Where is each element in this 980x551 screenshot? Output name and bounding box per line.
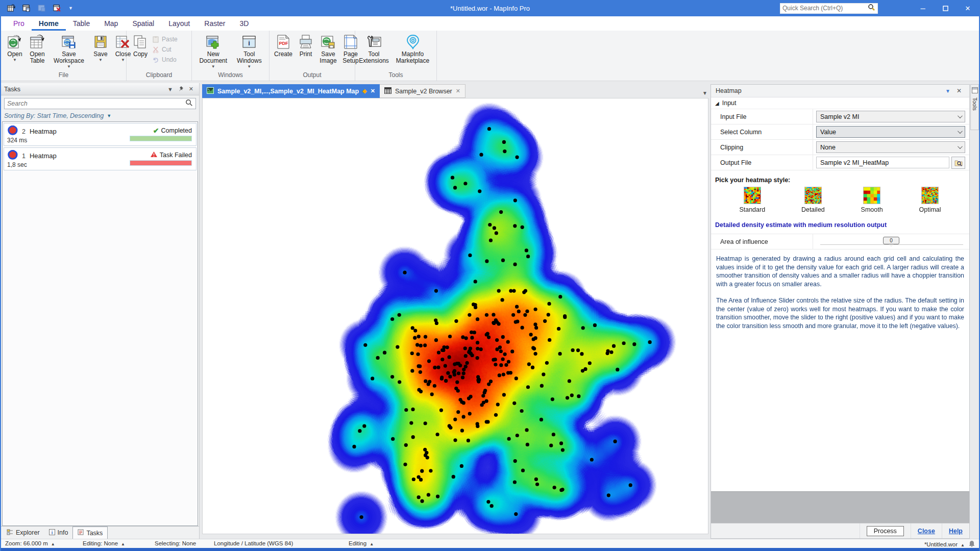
- status-workspace[interactable]: *Untitled.wor▲: [924, 541, 965, 547]
- main-area: Tasks ▼ ✕ Sorting By: Start Time, Descen…: [1, 82, 979, 539]
- ribbon-tab-spatial[interactable]: Spatial: [125, 17, 161, 31]
- maximize-button[interactable]: [934, 0, 957, 16]
- chevron-down-icon: [958, 144, 963, 149]
- map-canvas[interactable]: [203, 98, 708, 534]
- status-editing[interactable]: Editing: None▲: [83, 540, 125, 546]
- style-picker-label: Pick your heatmap style:: [711, 170, 969, 186]
- tab-explorer[interactable]: Explorer: [2, 527, 44, 539]
- close-panel-icon[interactable]: ✕: [186, 86, 196, 92]
- doc-tab-heatmap-map[interactable]: Sample_v2_MI,...,Sample_v2_MI_HeatMap Ma…: [202, 84, 380, 98]
- print-button[interactable]: Print: [295, 33, 316, 59]
- svg-text:i: i: [248, 39, 250, 47]
- task-row[interactable]: 2 Heatmap ✔ Completed 324 ms: [4, 123, 197, 146]
- panel-menu-icon[interactable]: ▼: [942, 88, 953, 94]
- tools-dock-tab[interactable]: Tools: [970, 84, 979, 130]
- map-view[interactable]: [202, 98, 708, 534]
- help-paragraph: The Area of Influence Slider controls th…: [716, 296, 964, 330]
- tasks-panel-header: Tasks ▼ ✕: [1, 83, 199, 95]
- minimize-button[interactable]: ─: [912, 0, 934, 16]
- marketplace-icon: [405, 34, 421, 51]
- close-tab-icon[interactable]: ✕: [371, 88, 375, 94]
- tasks-sorting[interactable]: Sorting By: Start Time, Descending ▼: [1, 110, 199, 121]
- tab-list-chevron-icon[interactable]: ▼: [702, 90, 707, 96]
- process-button[interactable]: Process: [867, 526, 904, 536]
- create-pdf-button[interactable]: PDF Create: [273, 33, 294, 59]
- pin-icon[interactable]: [176, 86, 186, 92]
- field-label: Clipping: [711, 140, 813, 155]
- status-projection[interactable]: Longitude / Latitude (WGS 84): [214, 540, 293, 546]
- style-detailed[interactable]: Detailed: [801, 187, 825, 213]
- dropdown-arrow-icon: ▼: [67, 65, 71, 69]
- qat-customize-icon[interactable]: ▼: [68, 6, 73, 11]
- tab-tasks[interactable]: Tasks: [72, 527, 108, 539]
- ribbon-tab-layout[interactable]: Layout: [161, 17, 197, 31]
- notifications-bell-icon[interactable]: [969, 540, 975, 548]
- style-thumbnail[interactable]: [744, 187, 761, 204]
- close-panel-icon[interactable]: ✕: [953, 87, 965, 94]
- input-file-select[interactable]: Sample v2 MI: [816, 111, 965, 122]
- style-standard[interactable]: Standard: [739, 187, 765, 213]
- select-column-select[interactable]: Value: [816, 126, 965, 138]
- modified-indicator-icon: ◆: [362, 88, 366, 94]
- clipping-select[interactable]: None: [816, 141, 965, 153]
- expander-icon[interactable]: ◢: [715, 101, 719, 106]
- quick-search-input[interactable]: [782, 5, 868, 12]
- doc-tab-browser[interactable]: Sample_v2 Browser ✕: [380, 84, 465, 98]
- close-workspace-icon[interactable]: [53, 4, 61, 12]
- quick-search-box[interactable]: [780, 3, 878, 14]
- style-optimal[interactable]: Optimal: [919, 187, 941, 213]
- ribbon-tab-3d[interactable]: 3D: [233, 17, 256, 31]
- task-name: Heatmap: [30, 128, 57, 135]
- panel-menu-icon[interactable]: ▼: [165, 86, 176, 92]
- style-smooth[interactable]: Smooth: [861, 187, 883, 213]
- ribbon-tab-pro[interactable]: Pro: [6, 17, 32, 31]
- style-thumbnail[interactable]: [804, 187, 822, 204]
- close-link[interactable]: Close: [918, 528, 935, 535]
- dropdown-arrow-icon: ▼: [121, 58, 125, 62]
- close-window-button[interactable]: ✕: [957, 0, 979, 16]
- tasks-search-box[interactable]: [4, 98, 196, 109]
- status-editing-toggle[interactable]: Editing▲: [349, 540, 374, 546]
- cut-button: Cut: [152, 46, 178, 53]
- save-button[interactable]: Save▼: [90, 33, 111, 64]
- new-document-button[interactable]: New Document▼: [195, 33, 232, 70]
- copy-button[interactable]: Copy: [130, 33, 151, 59]
- save-image-button[interactable]: Save Image: [317, 33, 339, 66]
- close-tab-icon[interactable]: ✕: [456, 88, 460, 94]
- open-table-button[interactable]: Open Table: [27, 33, 48, 66]
- task-status: ✔ Completed: [153, 127, 192, 135]
- input-section-header[interactable]: ◢ Input: [711, 97, 969, 109]
- ribbon-tab-home[interactable]: Home: [32, 17, 66, 31]
- tool-windows-button[interactable]: i Tool Windows▼: [233, 33, 266, 70]
- open-button[interactable]: Open▼: [4, 33, 26, 64]
- search-icon[interactable]: [185, 99, 193, 109]
- left-panel-tabs: Explorer i Info Tasks: [1, 526, 199, 539]
- tasks-search-input[interactable]: [7, 100, 185, 107]
- tool-extensions-button[interactable]: Tool Extensions: [358, 33, 390, 66]
- document-area: Sample_v2_MI,...,Sample_v2_MI_HeatMap Ma…: [200, 82, 710, 539]
- slider-thumb[interactable]: 0: [883, 237, 899, 244]
- save-workspace-button[interactable]: Save Workspace▼: [49, 33, 89, 70]
- marketplace-button[interactable]: MapInfo Marketplace: [391, 33, 434, 66]
- field-label: Output File: [711, 155, 813, 170]
- ribbon-tab-map[interactable]: Map: [97, 17, 125, 31]
- ribbon-tab-raster[interactable]: Raster: [197, 17, 232, 31]
- table-arrow-icon[interactable]: [7, 4, 15, 12]
- field-label: Area of influence: [711, 234, 813, 249]
- search-icon[interactable]: [868, 4, 875, 13]
- sort-direction-icon[interactable]: ▼: [107, 113, 111, 118]
- status-zoom[interactable]: Zoom: 66.000 m▲: [5, 540, 55, 546]
- style-thumbnail[interactable]: [863, 187, 880, 204]
- check-icon: ✔: [153, 127, 159, 135]
- help-link[interactable]: Help: [949, 528, 963, 535]
- copy-icon: [133, 34, 148, 51]
- task-row[interactable]: 1 Heatmap Task Failed 1,8 sec: [4, 147, 197, 170]
- output-file-input[interactable]: Sample v2 MI_HeatMap: [816, 157, 949, 168]
- info-icon: i: [49, 529, 55, 537]
- ribbon-tab-table[interactable]: Table: [66, 17, 97, 31]
- area-of-influence-slider[interactable]: 0: [813, 234, 969, 249]
- browse-button[interactable]: [951, 157, 965, 169]
- style-thumbnail[interactable]: [921, 187, 939, 204]
- save-workspace-small-icon[interactable]: [22, 4, 31, 12]
- tab-info[interactable]: i Info: [44, 527, 73, 539]
